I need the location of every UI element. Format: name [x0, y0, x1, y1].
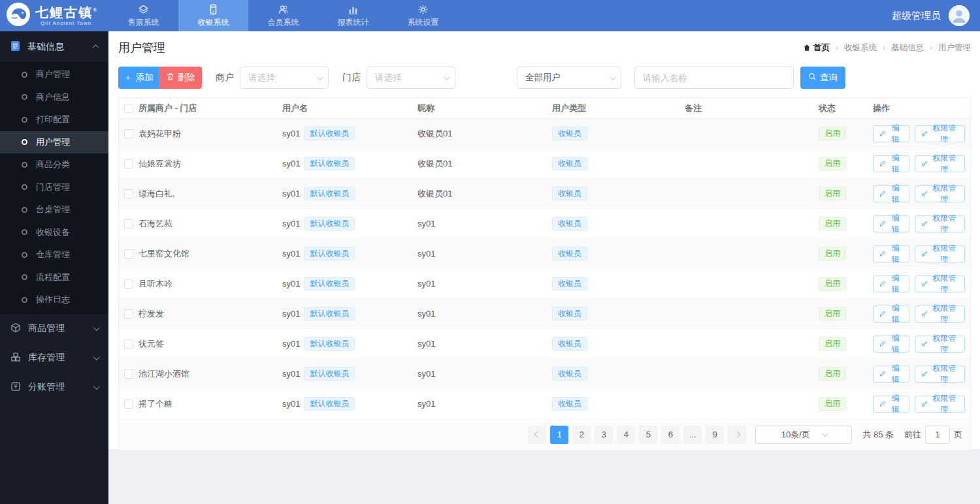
- page-size-select[interactable]: 10条/页: [755, 426, 852, 444]
- page-number-button[interactable]: 9: [706, 426, 724, 444]
- row-checkbox[interactable]: [124, 400, 133, 409]
- pencil-icon: [879, 190, 886, 197]
- chevron-down-icon: [317, 74, 323, 80]
- cell-merchant-store: 摇了个糖: [139, 398, 282, 410]
- edit-button[interactable]: 编辑: [873, 185, 909, 202]
- permission-manage-button[interactable]: 权限管理: [915, 306, 965, 323]
- breadcrumb-item[interactable]: 收银系统: [844, 42, 877, 54]
- bullet-icon: [22, 297, 27, 303]
- row-checkbox[interactable]: [124, 309, 133, 319]
- key-icon: [921, 370, 928, 377]
- add-button[interactable]: ＋添加: [118, 67, 159, 89]
- sidebar-submenu-item[interactable]: 打印配置: [0, 108, 108, 131]
- edit-button[interactable]: 编辑: [873, 155, 909, 172]
- page-number-button[interactable]: 3: [595, 426, 613, 444]
- sidebar-submenu-item[interactable]: 收银设备: [0, 221, 108, 244]
- column-nickname: 昵称: [417, 102, 552, 114]
- column-actions: 操作: [873, 102, 970, 114]
- name-search-input[interactable]: [634, 67, 794, 89]
- cell-status: 启用: [819, 307, 873, 321]
- gear-icon: [417, 4, 429, 15]
- user-type-select[interactable]: 全部用户: [517, 67, 621, 89]
- sidebar-submenu-item[interactable]: 商户信息: [0, 86, 108, 109]
- sidebar-group-split-account[interactable]: ¥ 分账管理: [0, 373, 108, 402]
- current-user-name: 超级管理员: [892, 10, 941, 22]
- sidebar-submenu-item[interactable]: 仓库管理: [0, 244, 108, 266]
- chevron-down-icon: [610, 74, 616, 80]
- permission-manage-button[interactable]: 权限管理: [915, 336, 965, 353]
- edit-button[interactable]: 编辑: [873, 336, 909, 353]
- row-checkbox[interactable]: [124, 370, 133, 379]
- sidebar-group-inventory[interactable]: 库存管理: [0, 343, 108, 373]
- permission-manage-button[interactable]: 权限管理: [915, 185, 965, 202]
- breadcrumb-item[interactable]: 基础信息: [891, 42, 924, 54]
- user-avatar[interactable]: [949, 5, 970, 26]
- nav-tab-cashier-system[interactable]: 收银系统: [178, 0, 248, 31]
- edit-button[interactable]: 编辑: [873, 215, 909, 232]
- edit-button[interactable]: 编辑: [873, 306, 909, 323]
- page-title: 用户管理: [118, 40, 165, 55]
- nav-tab-member-system[interactable]: 会员系统: [248, 0, 318, 31]
- status-badge: 启用: [819, 337, 846, 351]
- breadcrumb-home[interactable]: 首页: [803, 42, 830, 54]
- edit-button[interactable]: 编辑: [873, 125, 909, 142]
- row-checkbox[interactable]: [124, 279, 133, 289]
- cell-username: sy01 默认收银员: [282, 397, 417, 411]
- cell-merchant-store: 绿海白礼,: [139, 188, 282, 200]
- nav-tab-report-stats[interactable]: 报表统计: [318, 0, 388, 31]
- sidebar-submenu-item[interactable]: 流程配置: [0, 266, 108, 289]
- sidebar-submenu-item[interactable]: 商户管理: [0, 63, 108, 86]
- permission-manage-button[interactable]: 权限管理: [915, 125, 965, 142]
- permission-manage-button[interactable]: 权限管理: [915, 396, 965, 413]
- store-filter-label: 门店: [342, 72, 361, 84]
- bullet-icon: [22, 207, 27, 213]
- breadcrumb: 首页 › 收银系统 › 基础信息 › 用户管理: [803, 42, 971, 54]
- permission-manage-button[interactable]: 权限管理: [915, 245, 965, 262]
- bullet-icon: [22, 72, 27, 78]
- pencil-icon: [879, 280, 886, 287]
- row-checkbox[interactable]: [124, 159, 133, 168]
- page-number-button[interactable]: 1: [550, 426, 568, 444]
- row-checkbox[interactable]: [124, 339, 133, 349]
- nav-tab-ticket-system[interactable]: 售票系统: [108, 0, 178, 31]
- sidebar-group-basic-info[interactable]: 基础信息: [0, 31, 108, 62]
- permission-manage-button[interactable]: 权限管理: [915, 215, 965, 232]
- delete-button[interactable]: 删除: [159, 67, 202, 89]
- edit-button[interactable]: 编辑: [873, 276, 909, 292]
- pencil-icon: [879, 250, 886, 257]
- store-select[interactable]: 请选择: [367, 67, 455, 89]
- cell-status: 启用: [819, 277, 873, 291]
- page-number-button[interactable]: 6: [661, 426, 679, 444]
- permission-manage-button[interactable]: 权限管理: [915, 366, 965, 383]
- row-checkbox[interactable]: [124, 219, 133, 228]
- sidebar-submenu-item[interactable]: 门店管理: [0, 176, 108, 199]
- goto-page-input[interactable]: [925, 426, 950, 444]
- prev-page-button[interactable]: [528, 426, 546, 444]
- edit-button[interactable]: 编辑: [873, 396, 909, 413]
- next-page-button[interactable]: [728, 426, 746, 444]
- sidebar-group-goods[interactable]: 商品管理: [0, 314, 108, 343]
- page-number-button[interactable]: 5: [639, 426, 657, 444]
- nav-tab-system-settings[interactable]: 系统设置: [388, 0, 458, 31]
- sidebar-submenu-item[interactable]: 操作日志: [0, 289, 108, 311]
- page-number-button[interactable]: ...: [683, 426, 702, 444]
- permission-manage-button[interactable]: 权限管理: [915, 276, 965, 292]
- sidebar-submenu-item[interactable]: 用户管理: [0, 131, 108, 154]
- search-button[interactable]: 查询: [800, 67, 845, 89]
- row-checkbox[interactable]: [124, 189, 133, 198]
- sidebar-submenu-item[interactable]: 商品分类: [0, 153, 108, 176]
- sidebar-submenu-item[interactable]: 台桌管理: [0, 198, 108, 221]
- key-icon: [921, 220, 928, 227]
- edit-button[interactable]: 编辑: [873, 245, 909, 262]
- table-header-row: 所属商户 - 门店 用户名 昵称 用户类型 备注 状态 操作: [119, 98, 970, 119]
- select-all-checkbox[interactable]: [124, 104, 133, 113]
- edit-button[interactable]: 编辑: [873, 366, 909, 383]
- row-checkbox[interactable]: [124, 249, 133, 259]
- merchant-select[interactable]: 请选择: [240, 67, 329, 89]
- permission-manage-button[interactable]: 权限管理: [915, 155, 965, 172]
- cell-actions: 编辑 权限管理: [873, 215, 970, 232]
- page-number-button[interactable]: 4: [617, 426, 635, 444]
- page-number-button[interactable]: 2: [572, 426, 591, 444]
- report-icon: [348, 4, 359, 15]
- row-checkbox[interactable]: [124, 129, 133, 138]
